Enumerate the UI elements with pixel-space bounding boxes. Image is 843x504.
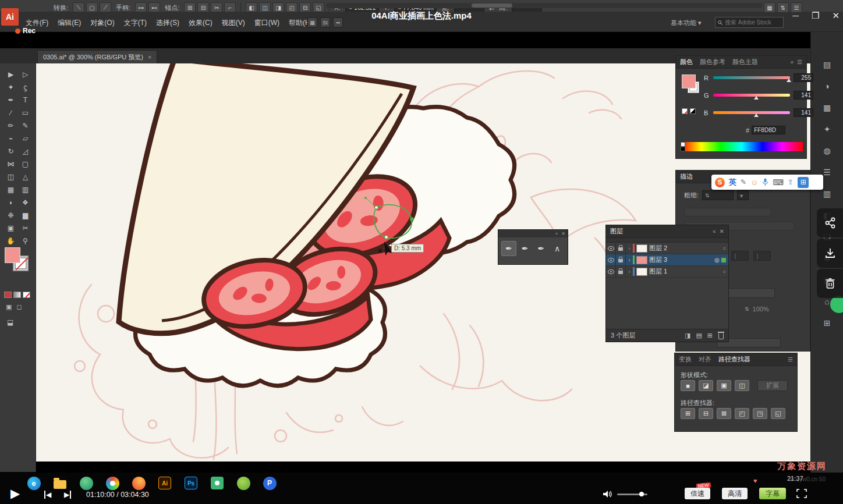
merge-icon[interactable]: ⊠ <box>717 408 731 419</box>
gradient-tool[interactable]: ▥ <box>18 183 33 196</box>
ime-toolbox-icon[interactable]: ⊞ <box>798 177 809 188</box>
taskbar-p-app[interactable]: P <box>263 476 277 490</box>
panel-menu-icon[interactable]: ☰ <box>788 356 793 363</box>
collapse-icon[interactable]: « <box>713 228 716 235</box>
ime-keyboard-icon[interactable]: ⌨ <box>773 178 784 187</box>
quality-button[interactable]: 高清 <box>722 488 748 499</box>
opacity-value[interactable]: 100% <box>753 306 769 313</box>
share-button[interactable] <box>817 208 843 237</box>
play-button[interactable]: ▶ <box>10 487 20 501</box>
layer-thumbnail[interactable] <box>636 256 647 264</box>
tab-color-themes[interactable]: 颜色主题 <box>732 58 758 66</box>
blend-tool[interactable]: ❖ <box>18 196 33 209</box>
close-popup-icon[interactable]: ✕ <box>561 231 565 236</box>
h-scrollbar-thumb[interactable] <box>472 3 512 8</box>
lock-icon[interactable] <box>618 247 623 251</box>
taskbar-browser[interactable] <box>79 476 93 490</box>
symbols-panel-icon[interactable]: ◍ <box>823 146 830 155</box>
perspective-grid-tool[interactable]: △ <box>18 171 33 183</box>
taskbar-photoshop[interactable]: Ps <box>184 476 198 490</box>
target-circle-icon[interactable]: ◎ <box>714 257 720 263</box>
screen-mode-icon[interactable]: ⬓ <box>7 318 13 326</box>
ime-language[interactable]: 英 <box>729 177 736 187</box>
tab-close-icon[interactable]: × <box>148 54 151 61</box>
stroke-panel-icon[interactable]: ☰ <box>823 168 831 177</box>
direct-selection-tool[interactable]: ▷ <box>18 68 33 81</box>
fullscreen-icon[interactable] <box>796 489 807 498</box>
color-guide-icon[interactable]: ◑ <box>824 81 829 91</box>
layer-thumbnail[interactable] <box>636 268 647 276</box>
tab-stroke[interactable]: 描边 <box>680 172 693 181</box>
close-panel-icon[interactable]: ✕ <box>720 228 724 235</box>
black-swatch[interactable] <box>681 147 685 151</box>
artboard-tool[interactable]: ▣ <box>3 222 18 235</box>
color-mode-button[interactable] <box>4 292 12 298</box>
red-slider[interactable] <box>713 76 790 79</box>
taskbar-edge[interactable]: e <box>27 476 41 490</box>
delete-layer-icon[interactable] <box>718 333 724 339</box>
sogou-logo[interactable]: S <box>715 178 725 187</box>
gradient-panel-icon[interactable]: ▥ <box>823 189 831 198</box>
pen-tool[interactable]: ✒ <box>3 94 18 107</box>
scale-tool[interactable]: ◿ <box>18 145 33 158</box>
draw-behind-icon[interactable]: ◻ <box>16 303 22 311</box>
target-circle-icon[interactable]: ○ <box>722 245 726 251</box>
mesh-tool[interactable]: ▦ <box>3 183 18 196</box>
selection-tool[interactable]: ▶ <box>3 68 18 81</box>
layer-row[interactable]: › 图层 2 ○ <box>606 243 728 254</box>
pen-tool[interactable]: ✒ <box>501 241 516 256</box>
libraries-panel-icon[interactable]: ⊞ <box>824 318 831 328</box>
new-layer-icon[interactable]: ⊞ <box>707 332 713 339</box>
arrowhead-start[interactable]: ⟨ <box>731 251 749 261</box>
pencil-tool[interactable]: ✎ <box>18 119 33 132</box>
expand-arrow-icon[interactable]: › <box>626 243 633 254</box>
subtitle-button[interactable]: 字幕 <box>759 488 786 499</box>
tab-pathfinder[interactable]: 路径查找器 <box>718 355 750 364</box>
layer-name[interactable]: 图层 1 <box>649 267 722 276</box>
free-transform-tool[interactable]: ▢ <box>18 158 33 171</box>
h-scrollbar[interactable] <box>326 3 763 8</box>
collapse-icon[interactable]: » <box>790 59 794 65</box>
outline-icon[interactable]: ◳ <box>753 408 767 419</box>
spectrum-bar[interactable] <box>681 142 803 151</box>
red-value[interactable]: 255 <box>794 73 813 82</box>
delete-button[interactable] <box>817 269 843 298</box>
assistant-bubble[interactable] <box>830 296 843 313</box>
panel-menu-icon[interactable]: ☰ <box>797 59 802 65</box>
taskbar-app[interactable] <box>105 476 119 490</box>
lasso-tool[interactable]: ϛ <box>18 81 33 94</box>
layer-row-selected[interactable]: › 图层 3 ◎ <box>606 254 728 266</box>
taskbar-green-app[interactable] <box>210 476 224 490</box>
blue-slider[interactable] <box>713 111 790 114</box>
paintbrush-tool[interactable]: ✏ <box>3 119 18 132</box>
volume-slider[interactable] <box>617 494 647 495</box>
tab-color-guide[interactable]: 颜色参考 <box>700 58 725 66</box>
fill-swatch[interactable] <box>5 247 20 263</box>
slice-tool[interactable]: ✂ <box>18 222 33 235</box>
tab-color[interactable]: 颜色 <box>680 58 693 66</box>
column-graph-tool[interactable]: ▆ <box>18 209 33 222</box>
white-swatch[interactable] <box>681 142 685 147</box>
visibility-icon[interactable] <box>608 258 614 262</box>
ime-pen-icon[interactable]: ✎ <box>741 178 746 186</box>
minus-back-icon[interactable]: ◱ <box>771 408 785 419</box>
tab-transform[interactable]: 变换 <box>679 355 692 364</box>
none-swatch-icon[interactable] <box>682 108 688 114</box>
anchor-point-tool[interactable]: ∧ <box>550 241 565 256</box>
brushes-panel-icon[interactable]: ✦ <box>824 125 831 134</box>
taskbar-illustrator[interactable]: Ai <box>158 476 172 490</box>
stroke-weight-field[interactable]: ⇅ <box>702 190 734 200</box>
download-button[interactable] <box>817 239 843 268</box>
lock-icon[interactable] <box>618 271 623 274</box>
eyedropper-tool[interactable]: ◗ <box>3 196 18 209</box>
shape-builder-tool[interactable]: ◫ <box>3 171 18 183</box>
layer-thumbnail[interactable] <box>636 244 647 253</box>
taskbar-firefox[interactable] <box>132 476 146 490</box>
minimize-button[interactable]: ─ <box>792 10 799 21</box>
eraser-tool[interactable]: ▱ <box>18 132 33 145</box>
tab-layers[interactable]: 图层 <box>610 227 623 236</box>
stroke-weight-dropdown[interactable]: ▾ <box>737 190 749 200</box>
rotate-tool[interactable]: ↻ <box>3 145 18 158</box>
ime-mic-icon[interactable] <box>762 178 768 186</box>
expand-arrow-icon[interactable]: › <box>626 254 633 265</box>
